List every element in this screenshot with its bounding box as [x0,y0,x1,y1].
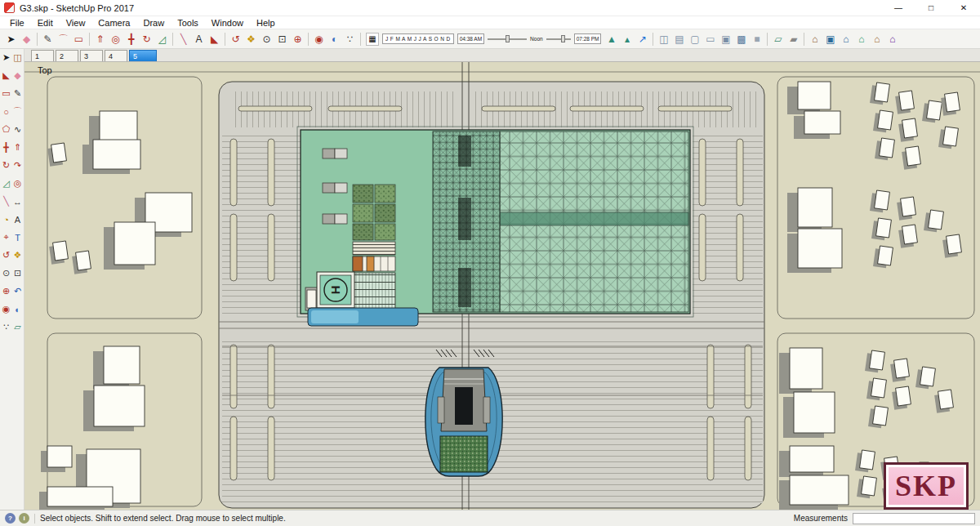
orbit-tool-icon[interactable]: ↺ [1,249,12,261]
shapes-tool-icon[interactable]: ▭ [71,31,87,47]
maximize-button[interactable]: □ [915,0,947,16]
rotate-tool-icon[interactable]: ↻ [1,159,12,172]
position-camera-icon[interactable]: ◉ [1,303,12,315]
menu-help[interactable]: Help [250,18,282,28]
zoom-tool-icon[interactable]: ⊙ [1,267,12,279]
xray-style-icon[interactable]: ◫ [656,31,671,47]
top-view-icon[interactable]: ▣ [822,31,838,47]
right-view-icon[interactable]: ⌂ [853,31,869,47]
zoom-window-icon[interactable]: ⊡ [274,31,290,47]
zoom-tool-icon[interactable]: ⊙ [259,31,274,47]
look-around-icon[interactable]: ◐ [327,31,342,47]
move-tool-icon[interactable]: ╋ [123,31,139,47]
paint-bucket-icon[interactable]: ◣ [207,31,222,47]
position-camera-icon[interactable]: ◉ [311,31,327,47]
chart-icon[interactable]: ↗ [635,31,650,47]
section-cuts-icon[interactable]: ▰ [786,31,801,47]
scene-tab-1[interactable]: 1 [31,50,54,61]
slider-thumb[interactable] [506,35,510,42]
textured-style-icon[interactable]: ▩ [733,31,749,47]
shadow-date-slider[interactable]: J F M A M J J A S O N D [382,33,454,44]
select-tool-icon[interactable]: ➤ [3,31,19,47]
pool-garden[interactable] [440,436,488,472]
rectangle-tool-icon[interactable]: ▭ [1,87,12,100]
zoom-extents-icon[interactable]: ⊕ [290,31,305,47]
pan-tool-icon[interactable]: ❖ [12,249,24,261]
walk-tool-icon[interactable]: ∵ [1,321,12,333]
front-view-icon[interactable]: ⌂ [838,31,853,47]
iso-view-icon[interactable]: ⌂ [807,31,822,47]
freehand-tool-icon[interactable]: ∿ [12,123,24,136]
menu-tools[interactable]: Tools [171,18,205,28]
menu-file[interactable]: File [3,18,31,28]
back-view-icon[interactable]: ⌂ [869,31,884,47]
orbit-tool-icon[interactable]: ↺ [228,31,243,47]
menu-draw[interactable]: Draw [136,18,171,28]
protractor-tool-icon[interactable]: ◔ [1,213,12,225]
section-plane-icon[interactable]: ▱ [770,31,786,47]
main-building[interactable]: H [297,127,693,326]
tape-measure-icon[interactable]: ╲ [176,31,191,47]
look-around-icon[interactable]: ◐ [12,303,24,315]
previous-view-icon[interactable]: ↶ [12,285,24,297]
text-tool-icon[interactable]: A [191,31,207,47]
help-icon[interactable]: ? [5,513,16,524]
walk-tool-icon[interactable]: ∵ [342,31,358,47]
text-tool-icon[interactable]: A [12,213,24,225]
wireframe-style-icon[interactable]: ▢ [687,31,702,47]
3d-text-tool-icon[interactable]: T [12,231,24,243]
menu-window[interactable]: Window [205,18,250,28]
scene-tab-2[interactable]: 2 [56,50,78,61]
line-tool-icon[interactable]: ✎ [12,87,24,100]
menu-camera[interactable]: Camera [91,18,136,28]
shaded-style-icon[interactable]: ▣ [718,31,733,47]
make-component-icon[interactable]: ◫ [12,51,24,64]
tape-measure-icon[interactable]: ╲ [1,195,12,207]
arc-tool-icon[interactable]: ⌒ [56,31,71,47]
scene-tab-5[interactable]: 5 [129,50,157,61]
follow-me-tool-icon[interactable]: ↷ [12,159,24,172]
account-icon[interactable]: i [19,513,29,524]
scene-tab-3[interactable]: 3 [80,50,103,61]
viewport-canvas[interactable]: H [24,62,980,510]
add-detail-icon[interactable]: ▴ [619,31,635,47]
offset-tool-icon[interactable]: ◎ [12,177,24,189]
scene-tab-4[interactable]: 4 [105,50,127,61]
eraser-tool-icon[interactable]: ◆ [12,69,24,82]
eraser-tool-icon[interactable]: ◆ [19,31,34,47]
slider-thumb[interactable] [561,35,565,42]
measurements-input[interactable] [853,513,975,524]
hidden-line-style-icon[interactable]: ▭ [702,31,718,47]
minimize-button[interactable]: — [882,0,915,16]
line-tool-icon[interactable]: ✎ [40,31,56,47]
shadow-time-slider[interactable] [488,33,527,44]
offset-tool-icon[interactable]: ◎ [108,31,123,47]
water-feature[interactable] [308,308,418,326]
push-pull-tool-icon[interactable]: ⇑ [92,31,108,47]
rotate-tool-icon[interactable]: ↻ [139,31,154,47]
terrain-icon[interactable]: ▲ [604,31,619,47]
circle-tool-icon[interactable]: ○ [1,105,12,118]
select-tool-icon[interactable]: ➤ [1,51,12,64]
shadow-time-slider-2[interactable] [546,33,571,44]
modeling-viewport[interactable]: Top [24,62,980,510]
arc-tool-icon[interactable]: ⌒ [12,105,24,118]
scale-tool-icon[interactable]: ◿ [154,31,170,47]
zoom-extents-icon[interactable]: ⊕ [1,285,12,297]
shadow-dialog-icon[interactable]: ▦ [366,33,379,46]
left-view-icon[interactable]: ⌂ [884,31,900,47]
menu-view[interactable]: View [60,18,92,28]
push-pull-tool-icon[interactable]: ⇑ [12,141,24,154]
monochrome-style-icon[interactable]: ■ [749,31,764,47]
helipad[interactable]: H [317,272,354,308]
zoom-window-icon[interactable]: ⊡ [12,267,24,279]
axes-tool-icon[interactable]: ⌖ [1,231,12,243]
close-button[interactable]: ✕ [947,0,980,16]
pan-tool-icon[interactable]: ❖ [243,31,259,47]
polygon-tool-icon[interactable]: ⬠ [1,123,12,136]
scale-tool-icon[interactable]: ◿ [1,177,12,189]
paint-bucket-icon[interactable]: ◣ [1,69,12,82]
section-plane-icon[interactable]: ▱ [12,321,24,333]
back-edges-style-icon[interactable]: ▤ [671,31,687,47]
dimension-tool-icon[interactable]: ↔ [12,195,24,207]
